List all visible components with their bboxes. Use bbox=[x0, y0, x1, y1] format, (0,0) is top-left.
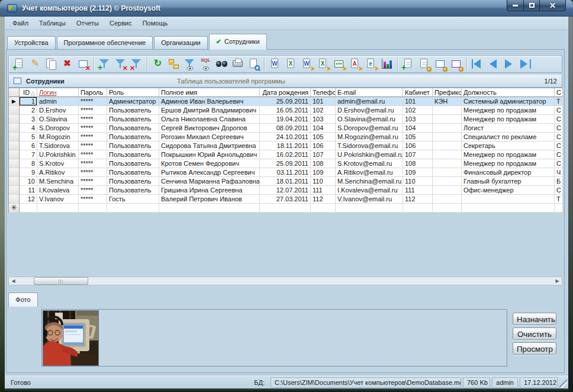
cell[interactable]: 11 bbox=[20, 186, 37, 195]
horizontal-scrollbar[interactable]: ◀ ||| ▶ bbox=[8, 277, 562, 285]
add-record-icon[interactable]: + bbox=[12, 57, 27, 71]
table-row[interactable]: 4S.Doropov*****ПользовательСергей Виктор… bbox=[9, 124, 562, 133]
row-selector[interactable] bbox=[9, 177, 20, 186]
export-word-icon[interactable]: W bbox=[268, 57, 282, 71]
export-html-icon[interactable]: e bbox=[363, 57, 378, 71]
cell[interactable]: 104 bbox=[403, 124, 433, 133]
row-selector[interactable]: ▶ bbox=[9, 97, 20, 106]
cell[interactable]: 107 bbox=[403, 150, 433, 159]
cell[interactable]: Сидорова Татьяна Дмитриевна bbox=[159, 142, 260, 150]
template-settings-icon[interactable] bbox=[417, 57, 432, 71]
cell[interactable]: Админов Иван Валерьевич bbox=[159, 97, 260, 106]
cell[interactable]: Главный бухгалтер bbox=[462, 177, 555, 186]
table-row[interactable]: 7U.Pokrishkin*****ПользовательПокрышкин … bbox=[9, 150, 562, 159]
cell[interactable]: ***** bbox=[79, 124, 107, 133]
cell[interactable]: Пользователь bbox=[107, 142, 159, 150]
add-template-icon[interactable]: + bbox=[401, 57, 416, 71]
table-row[interactable]: 6T.Sidorova*****ПользовательСидорова Тат… bbox=[9, 142, 562, 150]
table-row[interactable]: 2D.Ershov*****ПользовательЕршов Дмитрий … bbox=[9, 106, 562, 115]
cell[interactable]: V.Ivanov bbox=[37, 195, 79, 204]
cell[interactable]: ***** bbox=[79, 142, 107, 150]
menu-item-reports[interactable]: Отчеты bbox=[71, 18, 104, 28]
row-selector[interactable] bbox=[9, 159, 20, 168]
cell[interactable]: 12 bbox=[20, 195, 37, 204]
menu-item-file[interactable]: Файл bbox=[7, 18, 34, 28]
cell[interactable]: С bbox=[555, 115, 563, 124]
new-record-row[interactable]: ✳ bbox=[9, 204, 562, 213]
column-header-8[interactable]: E-mail bbox=[336, 88, 403, 97]
cell[interactable]: Рытиков Александр Сергеевич bbox=[159, 168, 260, 177]
chart-icon[interactable] bbox=[379, 57, 394, 71]
table-row[interactable]: 8S.Krotov*****ПользовательКротов Семен Ф… bbox=[9, 159, 562, 168]
cell[interactable]: Администратор bbox=[107, 97, 159, 106]
cell[interactable]: Т bbox=[555, 97, 563, 106]
cell[interactable]: Пользователь bbox=[107, 177, 159, 186]
view-button[interactable]: Просмотр bbox=[513, 342, 556, 355]
cell[interactable]: 24.10.2011 bbox=[260, 133, 311, 142]
cell[interactable]: ***** bbox=[79, 150, 107, 159]
empty-cell[interactable] bbox=[336, 204, 403, 213]
cell[interactable]: Ч bbox=[555, 168, 563, 177]
cell[interactable]: admin@email.ru bbox=[336, 97, 403, 106]
table-row[interactable]: 9A.Ritikov*****ПользовательРытиков Алекс… bbox=[9, 168, 562, 177]
cell[interactable]: Системный администратор bbox=[462, 97, 555, 106]
cell[interactable]: С bbox=[555, 106, 563, 115]
row-selector[interactable] bbox=[9, 168, 20, 177]
cell[interactable] bbox=[433, 195, 462, 204]
cell[interactable]: Гришина Ирина Сергеевна bbox=[159, 186, 260, 195]
cell[interactable]: 105 bbox=[311, 133, 336, 142]
cell[interactable]: M.Senchina@email.ru bbox=[336, 177, 403, 186]
table-row[interactable]: 3O.Slavina*****ПользовательОльга Николае… bbox=[9, 115, 562, 124]
cell[interactable]: admin bbox=[37, 97, 79, 106]
cell[interactable]: Специалист по рекламе bbox=[462, 133, 555, 142]
column-header-4[interactable]: Роль bbox=[107, 88, 159, 97]
view-filter-icon[interactable] bbox=[182, 57, 197, 71]
cell[interactable]: 16.02.2011 bbox=[260, 150, 311, 159]
minimize-button[interactable] bbox=[507, 0, 524, 11]
preview-icon[interactable] bbox=[246, 57, 261, 71]
nav-last-icon[interactable] bbox=[518, 57, 533, 71]
tab-software[interactable]: Программное обеспечение bbox=[57, 36, 153, 50]
cell[interactable]: 106 bbox=[311, 142, 336, 150]
cell[interactable]: U.Pokrishkin bbox=[37, 150, 79, 159]
cell[interactable]: С bbox=[555, 186, 563, 195]
cell[interactable]: 18.01.2011 bbox=[260, 177, 311, 186]
cell[interactable]: ***** bbox=[79, 177, 107, 186]
cell[interactable]: Сенчина Марианна Рафаэловна bbox=[159, 177, 260, 186]
tab-organizations[interactable]: Организации bbox=[154, 36, 208, 50]
cell[interactable]: Б bbox=[555, 177, 563, 186]
cell[interactable]: 101 bbox=[311, 97, 336, 106]
cell[interactable]: Пользователь bbox=[107, 133, 159, 142]
delete-table-records-icon[interactable]: ✕ bbox=[76, 57, 91, 71]
cell[interactable]: 18.11.2011 bbox=[260, 142, 311, 150]
scroll-right-arrow-icon[interactable]: ▶ bbox=[553, 277, 562, 285]
table-settings-icon[interactable] bbox=[433, 57, 448, 71]
cell[interactable]: Пользователь bbox=[107, 124, 159, 133]
cell[interactable]: T.Sidorova bbox=[37, 142, 79, 150]
empty-cell[interactable] bbox=[462, 204, 555, 213]
assign-button[interactable]: Назначить bbox=[513, 313, 556, 325]
cell[interactable]: 08.09.2011 bbox=[260, 124, 311, 133]
cell[interactable]: ***** bbox=[79, 97, 107, 106]
cell[interactable]: A.Ritikov bbox=[37, 168, 79, 177]
cell[interactable]: С bbox=[555, 133, 563, 142]
cell[interactable] bbox=[433, 124, 462, 133]
cell[interactable]: ***** bbox=[79, 133, 107, 142]
cell[interactable]: 102 bbox=[403, 106, 433, 115]
empty-cell[interactable] bbox=[260, 204, 311, 213]
cell[interactable]: Менеджер по продажам bbox=[462, 115, 555, 124]
column-header-2[interactable]: Логин bbox=[37, 88, 79, 97]
export-pdf-icon[interactable]: A bbox=[347, 57, 362, 71]
empty-cell[interactable] bbox=[107, 204, 159, 213]
cell[interactable]: Офис-менеджер bbox=[462, 186, 555, 195]
cell[interactable]: Сергей Викторович Доропов bbox=[159, 124, 260, 133]
cell[interactable]: С bbox=[555, 124, 563, 133]
cell[interactable]: 5 bbox=[20, 133, 37, 142]
cell[interactable]: Кротов Семен Федорович bbox=[159, 159, 260, 168]
column-header-1[interactable]: ID△ bbox=[20, 88, 37, 97]
row-selector[interactable] bbox=[9, 186, 20, 195]
cell[interactable]: Менеджер по продажам bbox=[462, 106, 555, 115]
set-filter-icon[interactable]: + bbox=[97, 57, 112, 71]
cell[interactable]: 8 bbox=[20, 159, 37, 168]
table-row[interactable]: 12V.Ivanov*****ГостьВалерий Петрович Ива… bbox=[9, 195, 562, 204]
